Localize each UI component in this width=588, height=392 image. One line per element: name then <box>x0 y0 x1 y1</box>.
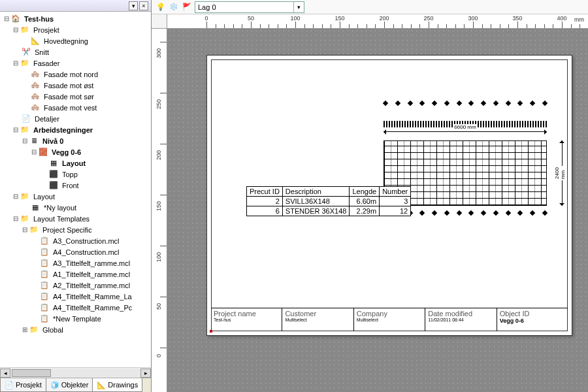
tree-item[interactable]: Topp <box>61 170 79 179</box>
top-toolbar: 💡 ❄️ 🚩 ▾ <box>152 0 588 14</box>
template-icon: 📋 <box>39 302 50 313</box>
tree-item[interactable]: Hovedtegning <box>42 37 90 46</box>
expand-toggle[interactable]: ⊟ <box>30 148 38 155</box>
ruler-horizontal: mm 050100150200250300350400 <box>167 14 588 29</box>
layer-input[interactable] <box>195 2 293 12</box>
template-icon: 📋 <box>39 314 50 324</box>
panel-close-button[interactable]: × <box>139 1 148 10</box>
tree-item[interactable]: A2_Tittelfelt_ramme.mcl <box>52 281 131 290</box>
expand-toggle[interactable]: ⊟ <box>21 226 29 233</box>
tree-item[interactable]: Fasade mot øst <box>42 81 95 90</box>
tree-item[interactable]: Fasade mot nord <box>42 70 99 79</box>
tree-item[interactable]: Detaljer <box>33 114 61 123</box>
expand-toggle[interactable]: ⊟ <box>12 193 20 200</box>
tab-drawings[interactable]: 📐Drawings <box>92 378 142 392</box>
panel-tabs: 📄Prosjekt 🧊Objekter 📐Drawings <box>0 378 151 392</box>
tree-item[interactable]: A1_Tittelfelt_ramme.mcl <box>52 270 131 279</box>
expand-toggle[interactable]: ⊟ <box>12 215 20 222</box>
panel-header: ▾ × <box>0 0 151 12</box>
scroll-right-icon[interactable]: ▸ <box>140 368 151 378</box>
dimension-width: 6600 mm <box>384 131 547 140</box>
tree-item[interactable]: Global <box>41 325 65 335</box>
template-icon: 📋 <box>39 269 50 280</box>
ruler-vertical: 300250200150100500 <box>152 29 167 392</box>
tree-item[interactable]: Layout <box>32 192 56 201</box>
tree-item[interactable]: Fasade mot sør <box>42 92 95 101</box>
folder-icon: 📁 <box>20 125 30 135</box>
folder-icon: 📁 <box>20 58 30 69</box>
tree-item[interactable]: Nivå 0 <box>41 137 65 146</box>
tab-icon: 📄 <box>5 381 14 389</box>
flag-icon[interactable]: 🚩 <box>182 2 192 12</box>
template-icon: 📋 <box>39 280 50 291</box>
facade-icon: 🏘️ <box>30 91 41 102</box>
wall-icon: 🧱 <box>38 147 48 157</box>
tree-item[interactable]: Layout <box>61 159 87 168</box>
dimension-height: 2400 mm <box>553 140 563 206</box>
tree-item[interactable]: *Ny layout <box>42 203 78 212</box>
facade-icon: 🏘️ <box>30 80 41 91</box>
tree-item[interactable]: Layout Templates <box>32 214 91 223</box>
tree-item[interactable]: Prosjekt <box>32 25 61 35</box>
layout-icon: ▦ <box>30 203 41 213</box>
layout-icon: ▦ <box>48 158 59 169</box>
tree-item[interactable]: A3_Tittelfelt_ramme.mcl <box>52 259 131 268</box>
template-icon: 📋 <box>39 258 50 269</box>
tree-panel: ▾ × ⊟🏠Test-hus ⊟📁Prosjekt 📐Hovedtegning … <box>0 0 152 392</box>
tree-scroll[interactable]: ⊟🏠Test-hus ⊟📁Prosjekt 📐Hovedtegning ✂️Sn… <box>0 12 151 367</box>
tree-item[interactable]: Arbeidstegninger <box>32 125 94 135</box>
chevron-down-icon[interactable]: ▾ <box>293 2 304 12</box>
bulb-icon[interactable]: 💡 <box>155 2 166 12</box>
tree-item[interactable]: A4_Tittelfelt_Ramme_La <box>52 292 133 301</box>
folder-icon: 📁 <box>20 191 30 202</box>
template-icon: 📋 <box>39 291 50 302</box>
template-icon: 📋 <box>39 247 50 257</box>
tree-item[interactable]: A4_Tittelfelt_Ramme_Pc <box>52 303 133 312</box>
tab-icon: 📐 <box>97 381 106 389</box>
stud-markers-top <box>384 101 547 117</box>
level-icon: ≣ <box>29 136 39 146</box>
ruler-corner <box>152 14 167 29</box>
paper-sheet: 6600 mm 2400 mm Precut IDDescriptionLeng… <box>206 55 572 336</box>
canvas-panel: 💡 ❄️ 🚩 ▾ mm 050100150200250300350400 300… <box>152 0 588 392</box>
ruler-unit: mm <box>574 16 584 23</box>
expand-toggle[interactable]: ⊟ <box>12 59 20 67</box>
expand-toggle[interactable]: ⊟ <box>12 26 20 33</box>
tree-item[interactable]: Fasader <box>32 59 61 68</box>
project-tree: ⊟🏠Test-hus ⊟📁Prosjekt 📐Hovedtegning ✂️Sn… <box>3 13 151 335</box>
detail-icon: 📄 <box>21 114 31 124</box>
panel-dropdown-button[interactable]: ▾ <box>129 1 138 10</box>
tree-root[interactable]: Test-hus <box>23 14 55 24</box>
title-block: Project nameTest-hus CustomerMultiselect… <box>211 308 568 331</box>
tree-item[interactable]: Front <box>61 181 80 190</box>
template-icon: 📋 <box>39 236 50 246</box>
freeze-icon[interactable]: ❄️ <box>169 2 179 12</box>
tree-item[interactable]: A3_Construction.mcl <box>52 237 121 246</box>
tab-prosjekt[interactable]: 📄Prosjekt <box>0 378 46 392</box>
folder-icon: 📁 <box>29 225 39 235</box>
scroll-left-icon[interactable]: ◂ <box>0 368 10 378</box>
tree-item[interactable]: *New Template <box>52 314 103 323</box>
section-icon: ✂️ <box>21 47 31 57</box>
expand-toggle[interactable]: ⊟ <box>3 15 10 22</box>
cube-icon: ⬛ <box>48 180 59 191</box>
tree-hscrollbar[interactable]: ◂ ▸ <box>0 367 151 378</box>
tree-item[interactable]: Vegg 0-6 <box>50 148 82 157</box>
expand-toggle[interactable]: ⊞ <box>21 326 29 333</box>
folder-icon: 📁 <box>29 325 39 335</box>
expand-toggle[interactable]: ⊟ <box>21 137 29 144</box>
layer-combo[interactable]: ▾ <box>195 1 304 13</box>
facade-icon: 🏘️ <box>30 69 41 80</box>
scroll-thumb[interactable] <box>12 369 51 377</box>
tab-objekter[interactable]: 🧊Objekter <box>46 378 93 392</box>
folder-icon: 📁 <box>20 214 30 224</box>
tree-item[interactable]: Snitt <box>33 48 50 57</box>
expand-toggle[interactable]: ⊟ <box>12 126 20 133</box>
tab-icon: 🧊 <box>50 381 59 389</box>
tree-item[interactable]: Project Specific <box>41 225 93 235</box>
tree-item[interactable]: Fasade mot vest <box>42 103 98 112</box>
tree-item[interactable]: A4_Construction.mcl <box>52 248 121 257</box>
drawing-icon: 📐 <box>30 36 41 46</box>
drawing-canvas[interactable]: 6600 mm 2400 mm Precut IDDescriptionLeng… <box>167 29 588 392</box>
precut-table: Precut IDDescriptionLengdeNumber 2SVILL3… <box>246 186 411 216</box>
